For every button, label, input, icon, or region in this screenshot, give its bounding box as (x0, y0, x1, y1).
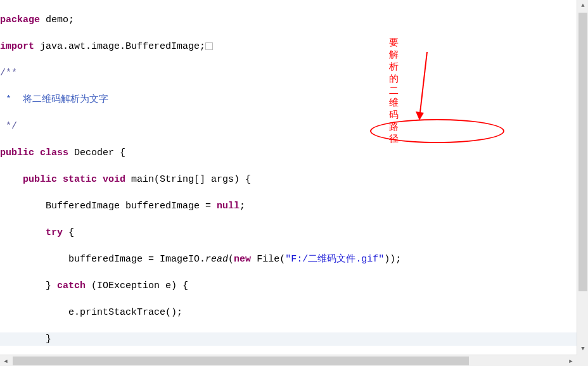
keyword-catch: catch (57, 281, 86, 291)
keyword-static: static (57, 174, 97, 185)
scroll-corner (577, 355, 588, 366)
indent (0, 334, 46, 344)
keyword-import: import (0, 41, 34, 52)
scroll-down-button[interactable]: ▼ (577, 343, 588, 355)
code-text: e.printStackTrace(); (68, 307, 182, 318)
vertical-scroll-thumb[interactable] (578, 13, 587, 291)
keyword-package: package (0, 15, 40, 25)
code-text: BufferedImage bufferedImage = (46, 201, 217, 211)
code-text-area[interactable]: package demo; import java.awt.image.Buff… (0, 0, 577, 355)
keyword-new: new (234, 254, 251, 265)
indent (0, 201, 46, 211)
string-literal: "F:/二维码文件.gif" (285, 254, 384, 265)
code-text: File( (251, 254, 285, 265)
indent (0, 174, 23, 185)
keyword-try: try (46, 227, 63, 238)
keyword-public: public (0, 148, 34, 158)
indent (0, 254, 68, 265)
highlighted-line: } (0, 332, 577, 346)
code-text: )); (384, 254, 401, 265)
code-text: demo; (40, 15, 74, 25)
horizontal-scroll-thumb[interactable] (13, 357, 469, 365)
indent (0, 307, 68, 318)
indent (0, 227, 46, 238)
indent (0, 281, 46, 291)
keyword-void: void (97, 174, 125, 185)
horizontal-scrollbar[interactable]: ◀ ▶ (0, 355, 577, 366)
keyword-null: null (217, 201, 240, 211)
scroll-left-button[interactable]: ◀ (0, 355, 11, 366)
keyword-class: class (34, 148, 68, 158)
keyword-public: public (23, 174, 57, 185)
comment: /** (0, 68, 17, 79)
scroll-up-button[interactable]: ▲ (577, 0, 588, 11)
code-text: } (46, 334, 51, 344)
scroll-right-button[interactable]: ▶ (565, 355, 577, 366)
vertical-scrollbar[interactable]: ▲ ▼ (577, 0, 588, 355)
method-call: read (205, 254, 228, 265)
code-text: ( (228, 254, 234, 265)
class-name: Decoder { (68, 148, 125, 158)
code-text: java.awt.image.BufferedImage; (34, 41, 205, 52)
code-text: bufferedImage = ImageIO. (68, 254, 205, 265)
collapsed-import-marker[interactable] (205, 42, 213, 50)
code-text: } (46, 281, 57, 291)
code-editor[interactable]: package demo; import java.awt.image.Buff… (0, 0, 588, 366)
comment: * 将二维码解析为文字 (0, 94, 108, 105)
code-text: ; (240, 201, 245, 211)
comment: */ (0, 121, 17, 132)
method-signature: main(String[] args) { (125, 174, 251, 185)
code-text: { (63, 227, 74, 238)
code-text: (IOException e) { (86, 281, 188, 291)
